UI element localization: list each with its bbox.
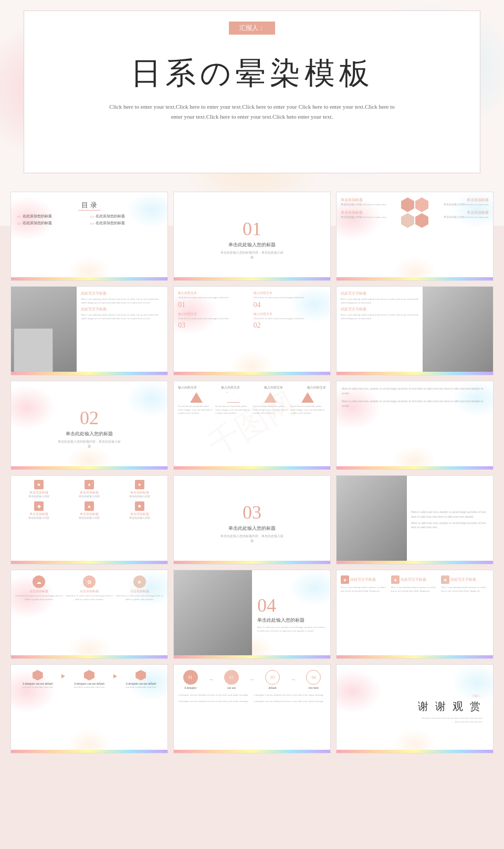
hero-subtitle: Click here to enter your text.Click here… [105,102,399,121]
card3-3: ★ 点击添加标题 click here to enter your text m… [116,575,163,601]
icon6-5: ▲ 单击添加标题 单击此处输入内容 [66,501,113,520]
rainbow-border-13 [11,656,167,658]
icon6-1: ★ 单击添加标题 单击此处输入内容 [15,480,63,499]
rainbow-border-8 [174,467,330,469]
timeline-item-4: 输入内容文本 Click here to enter your text mes… [254,291,327,309]
icon6-4: ◆ 单击添加标题 单击此处输入内容 [15,501,63,520]
icon6-3: ● 单击添加标题 单击此处输入内容 [116,480,163,499]
slide-toc[interactable]: 目 录 01 在此添加您的标题 03 在此添加您的标题 02 在此添加您的标题 … [10,192,168,281]
toc-num-2: 02 [17,222,21,226]
hex-labels-right: 单击添加标题 单击此处输入内容click here to enter your … [430,197,489,219]
section3-subtitle: 单击此处输入您的标题 [228,525,276,532]
slide-steps4[interactable]: A designer can use default text here to … [10,664,168,753]
slide-section1[interactable]: 01 单击此处输入您的标题 单击此处输入您的标题内容，单击此处输入标题 [173,192,331,281]
rainbow-border-11 [174,561,330,564]
photo2-label-2: 此处写文字标题 [341,307,418,312]
toc-num-1: 01 [17,215,21,219]
circle-02: 02 can use [224,670,239,689]
toc-title: 目 录 [78,201,100,211]
circle-01: 01 A designer [183,670,198,689]
section2-content: 02 单击此处输入您的标题 单击此处输入您的标题内容，单击此处输入标题 [11,381,167,469]
slide-section4[interactable]: 04 单击此处输入您的标题 Here to add your text, mai… [173,570,331,659]
icon3-2: ◈ 此处写文字标题 Here, I am sharing small sente… [391,575,439,593]
icon6-6: ■ 单击添加标题 单击此处输入内容 [116,501,163,520]
textblock-text: Here to add your text, mainly to avoid l… [342,386,488,396]
rainbow-border-12 [337,561,493,564]
steps4-content: A designer can use default text here to … [11,665,167,753]
triangle-1 [190,392,203,403]
photo1-text: 此处写文字标题 Here, I am sharing small sentenc… [77,287,167,375]
circle-04: 04 text here [306,670,321,689]
slide-circles4[interactable]: 01 A designer → 02 can use → 03 default … [173,664,331,753]
icon3-1: ◈ 此处写文字标题 Here, I am sharing small sente… [341,575,388,593]
section2-number: 02 [80,408,99,427]
toc-item-1: 01 在此添加您的标题 [17,214,88,219]
circle-03: 03 default [265,670,280,689]
slides-grid: 目 录 01 在此添加您的标题 03 在此添加您的标题 02 在此添加您的标题 … [0,184,504,761]
rainbow-border-7 [11,467,167,469]
rainbow-border-10 [11,561,167,564]
hex-row-1 [401,197,428,212]
slide-textblock[interactable]: Here to add your text, mainly to avoid l… [336,381,494,470]
steps4-row: A designer can use default text here to … [15,670,163,689]
toc-item-2: 02 在此添加您的标题 [17,221,88,226]
card3-1: ☁ 点击添加标题 click here to enter your text m… [15,575,63,601]
step-3: A designer can use default text here to … [119,670,163,689]
triangles-descs: If you haven't found the pulse stone ima… [178,405,326,415]
slide-section2[interactable]: 02 单击此处输入您的标题 单击此处输入您的标题内容，单击此处输入标题 [10,381,168,470]
hex-labels-left: 单击添加标题 单击此处输入内容click here to enter your … [341,197,399,219]
slide-triangles[interactable]: 输入内容文本 输入内容文本 输入内容文本 输入内容文本 If you haven… [173,381,331,470]
photo2-text: 此处写文字标题 Here, I am sharing small sentenc… [337,287,423,375]
rainbow-border-9 [337,467,493,469]
slide-hexagon[interactable]: 单击添加标题 单击此处输入内容click here to enter your … [336,192,494,281]
hex-2 [415,197,428,212]
toc-item-3: 03 在此添加您的标题 [90,214,161,219]
icons3-row: ◈ 此处写文字标题 Here, I am sharing small sente… [341,575,489,593]
cards3-content: ☁ 点击添加标题 click here to enter your text m… [11,570,167,658]
card3-2: ✿ 点击添加标题 click here to enter your text m… [66,575,113,601]
rainbow-border-14 [174,656,330,658]
slide-photo2[interactable]: 此处写文字标题 Here, I am sharing small sentenc… [336,286,494,375]
step-arrow-1 [61,674,65,678]
section2-subtitle: 单击此处输入您的标题 [66,431,113,437]
timeline-grid: 输入内容文本 Click here to enter your text mes… [178,291,326,330]
step-arrow-2 [113,674,117,678]
toc-content: 目 录 01 在此添加您的标题 03 在此添加您的标题 02 在此添加您的标题 … [11,192,167,280]
step-2: A designer can use default text here to … [67,670,111,689]
timeline-item-2: 输入内容文本 Click here to enter your text mes… [254,312,327,330]
section3-desc: 单击此处输入您的标题内容，单击此处输入标题 [220,534,284,543]
slide-section3[interactable]: 03 单击此处输入您的标题 单击此处输入您的标题内容，单击此处输入标题 [173,475,331,564]
rainbow-border-2 [174,278,330,280]
slide-timeline[interactable]: 输入内容文本 Click here to enter your text mes… [173,286,331,375]
toc-text-1: 在此添加您的标题 [23,214,52,219]
slide-3icons[interactable]: ◈ 此处写文字标题 Here, I am sharing small sente… [336,570,494,659]
slide-3cards[interactable]: ☁ 点击添加标题 click here to enter your text m… [10,570,168,659]
rainbow-border-17 [174,750,330,753]
slide-photo1[interactable]: 此处写文字标题 Here, I am sharing small sentenc… [10,286,168,375]
toc-text-4: 在此添加您的标题 [96,221,125,226]
hex-4 [415,213,428,228]
timeline-item-1: 输入内容文本 Click here to enter your text mes… [178,291,251,309]
slide-photo3-layout: Here to add your text, mainly to avoid l… [337,476,493,564]
icons6-grid: ★ 单击添加标题 单击此处输入内容 ♦ 单击添加标题 单击此处输入内容 ● 单击… [15,480,163,520]
slide-thankyou[interactable]: 汇报人： 谢 谢 观 赏 Text here text text text te… [336,664,494,753]
photo-right [423,287,493,375]
section3-number: 03 [243,503,261,522]
reporter-badge: 汇报人： [229,22,275,35]
hex-layout: 单击添加标题 单击此处输入内容click here to enter your … [341,197,489,228]
photo-laptop [14,328,53,372]
rainbow-border-6 [337,372,493,375]
triangle-3 [264,392,277,403]
hex-1 [401,197,414,212]
section2-desc: 单击此处输入您的标题内容，单击此处输入标题 [58,439,121,449]
hex-content: 单击添加标题 单击此处输入内容click here to enter your … [337,192,493,280]
textblock-content: Here to add your text, mainly to avoid l… [337,381,493,469]
hex-label-1: 单击添加标题 单击此处输入内容click here to enter your [341,197,399,207]
section1-content: 01 单击此处输入您的标题 单击此处输入您的标题内容，单击此处输入标题 [174,192,330,280]
slide-icons6[interactable]: ★ 单击添加标题 单击此处输入内容 ♦ 单击添加标题 单击此处输入内容 ● 单击… [10,475,168,564]
toc-num-4: 04 [90,222,94,226]
rainbow-border-15 [337,656,493,658]
photo-bw [11,287,77,375]
slide-photo3[interactable]: Here to add your text, mainly to avoid l… [336,475,494,564]
photo1-desc-2: Here, I am sharing small sentence has be… [81,313,163,320]
